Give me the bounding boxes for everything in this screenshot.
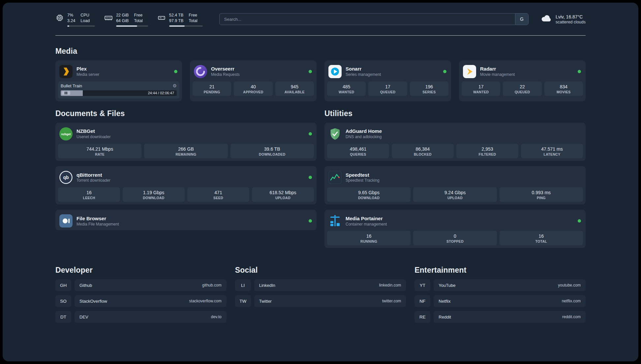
weather-condition: scattered clouds <box>556 20 586 24</box>
app-name: Sonarr <box>346 66 381 72</box>
section-entertainment: Entertainment YT YouTubeyoutube.com NF N… <box>414 266 586 323</box>
app-name: Radarr <box>480 66 515 72</box>
app-subtitle: Movie management <box>480 72 515 77</box>
status-dot <box>443 70 446 73</box>
plex-now-playing: Bullet Train ⚙ 24:44 / 02:06:47 <box>58 81 179 99</box>
playback-progress-bar[interactable]: 24:44 / 02:06:47 <box>61 90 177 96</box>
nzbget-icon: nzbget <box>59 127 73 140</box>
stat-download: 9.65 GbpsDOWNLOAD <box>327 187 411 202</box>
app-subtitle: Media Requests <box>211 72 240 77</box>
pause-icon <box>65 92 66 94</box>
app-card-sonarr[interactable]: Sonarr Series management 485WANTED 17QUE… <box>324 60 451 101</box>
stat-ping: 0.993 msPING <box>500 187 583 202</box>
speedtest-icon <box>328 171 342 184</box>
app-subtitle: Media File Management <box>76 222 119 227</box>
status-dot <box>174 70 177 73</box>
cpu-load-value: 3.24 <box>67 18 75 24</box>
bookmark-stackoverflow[interactable]: SO StackOverflowstackoverflow.com <box>55 295 227 307</box>
svg-text:nzbget: nzbget <box>61 132 71 136</box>
stat-queries: 498,461QUERIES <box>327 144 389 158</box>
weather-location: Lviv, 16.87°C <box>556 14 586 20</box>
netflix-icon: NF <box>414 295 430 307</box>
app-card-radarr[interactable]: Radarr Movie management 17WANTED 22QUEUE… <box>459 60 586 101</box>
overseerr-icon <box>194 65 207 78</box>
app-subtitle: Series management <box>346 72 381 77</box>
app-card-nzbget[interactable]: nzbget NZBGet Usenet downloader 744.21 M… <box>55 123 317 161</box>
ram-free: 22 GiB <box>116 13 129 18</box>
stat-download: 1.19 GbpsDOWNLOAD <box>123 187 185 202</box>
stat-wanted: 485WANTED <box>327 81 366 96</box>
app-name: Speedtest <box>346 172 380 178</box>
stat-pending: 21PENDING <box>193 81 231 96</box>
stat-upload: 618.52 MbpsUPLOAD <box>252 187 314 202</box>
search-input[interactable] <box>219 13 529 25</box>
bookmark-reddit[interactable]: RE Redditreddit.com <box>414 311 586 323</box>
linkedin-icon: LI <box>235 279 251 291</box>
stat-downloaded: 39.6 TBDOWNLOADED <box>230 144 314 158</box>
svg-text:qb: qb <box>63 175 69 180</box>
ram-metric: 22 GiB 64 GiB Free Total <box>104 13 148 27</box>
stat-stopped: 0STOPPED <box>413 231 497 245</box>
search-engine-button[interactable]: G <box>515 14 528 25</box>
bookmark-linkedin[interactable]: LI LinkedInlinkedin.com <box>235 279 406 291</box>
gear-icon[interactable]: ⚙ <box>172 83 177 88</box>
status-dot <box>578 219 581 223</box>
app-name: Overseerr <box>211 66 240 72</box>
playback-time: 24:44 / 02:06:47 <box>148 90 174 96</box>
app-card-speedtest[interactable]: Speedtest Speedtest Tracking 9.65 GbpsDO… <box>324 166 586 204</box>
cpu-usage-bar <box>67 25 95 27</box>
cpu-percent: 7% <box>67 13 75 18</box>
bookmark-dev[interactable]: DT DEVdev.to <box>55 311 227 323</box>
disk-labels: Free Total <box>189 13 197 24</box>
memory-icon <box>104 13 113 27</box>
twitter-icon: TW <box>235 295 251 307</box>
status-dot <box>309 70 312 73</box>
stat-running: 16RUNNING <box>327 231 411 245</box>
now-playing-title: Bullet Train <box>61 83 82 88</box>
stackoverflow-icon: SO <box>55 295 71 307</box>
stat-seed: 471SEED <box>187 187 249 202</box>
stat-latency: 47.571 msLATENCY <box>521 144 583 158</box>
radarr-icon <box>463 65 476 78</box>
app-subtitle: Usenet downloader <box>76 135 110 139</box>
topbar-divider <box>55 35 586 36</box>
app-card-adguard[interactable]: AdGuard Home DNS and adblocking 498,461Q… <box>324 123 586 161</box>
section-developer: Developer GH Githubgithub.com SO StackOv… <box>55 266 227 323</box>
section-title-social: Social <box>235 266 406 275</box>
app-name: qBittorrent <box>76 172 110 178</box>
bookmark-netflix[interactable]: NF Netflixnetflix.com <box>414 295 586 307</box>
disk-total: 97.9 TB <box>169 18 184 24</box>
app-name: NZBGet <box>76 128 110 135</box>
pause-button[interactable] <box>62 91 70 95</box>
app-card-portainer[interactable]: Media Portainer Container management 16R… <box>324 210 586 248</box>
app-name: Media Portainer <box>346 216 387 222</box>
stat-wanted: 17WANTED <box>462 81 500 96</box>
stat-remaining: 266 GBREMAINING <box>144 144 228 158</box>
stat-queued: 17QUEUED <box>368 81 407 96</box>
filebrowser-icon <box>59 214 73 228</box>
app-name: File Browser <box>76 216 119 222</box>
weather-widget: Lviv, 16.87°C scattered clouds <box>540 13 586 26</box>
section-title-utilities: Utilities <box>324 109 586 118</box>
status-dot <box>309 219 312 223</box>
section-title-documents: Documents & Files <box>55 109 317 118</box>
stat-available: 945AVAILABLE <box>275 81 314 96</box>
stat-approved: 40APPROVED <box>234 81 272 96</box>
app-card-overseerr[interactable]: Overseerr Media Requests 21PENDING 40APP… <box>190 60 317 101</box>
section-title-developer: Developer <box>55 266 227 275</box>
bookmark-twitter[interactable]: TW Twittertwitter.com <box>235 295 406 307</box>
app-subtitle: DNS and adblocking <box>346 135 382 139</box>
app-card-qbittorrent[interactable]: qb qBittorrent Torrent downloader 16LEEC… <box>55 166 317 204</box>
bookmark-youtube[interactable]: YT YouTubeyoutube.com <box>414 279 586 291</box>
plex-icon <box>59 65 73 78</box>
app-subtitle: Media server <box>76 72 99 77</box>
stat-series: 196SERIES <box>410 81 448 96</box>
section-media: Media Plex Media server Bullet Train <box>55 47 586 101</box>
search-bar: G <box>219 13 529 25</box>
adguard-icon <box>328 127 342 140</box>
bookmark-github[interactable]: GH Githubgithub.com <box>55 279 227 291</box>
app-card-plex[interactable]: Plex Media server Bullet Train ⚙ 24:44 /… <box>55 60 182 101</box>
stat-rate: 744.21 MbpsRATE <box>58 144 141 158</box>
app-card-filebrowser[interactable]: File Browser Media File Management <box>55 210 317 230</box>
disk-free: 52.4 TB <box>169 13 184 18</box>
